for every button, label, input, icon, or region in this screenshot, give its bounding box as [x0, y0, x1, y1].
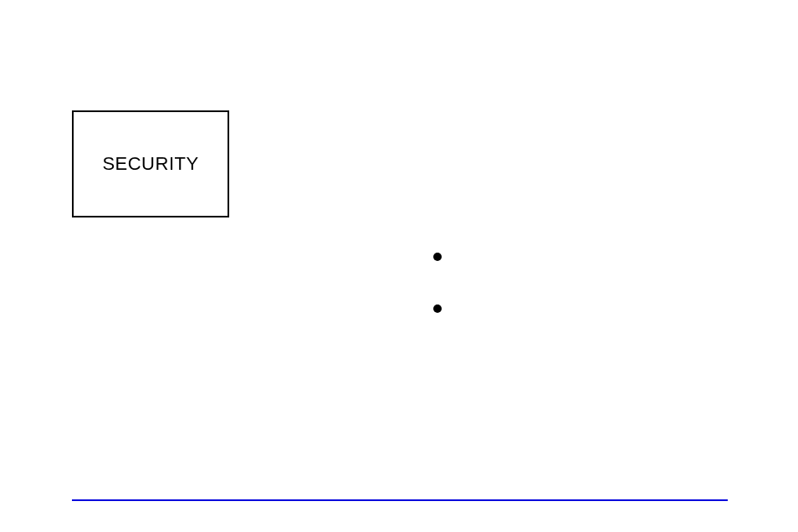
bullet-icon: [433, 304, 442, 313]
list-item: [433, 304, 452, 313]
title-text: SECURITY: [102, 153, 198, 175]
list-item: [433, 253, 452, 261]
title-box: SECURITY: [72, 110, 229, 217]
bullet-icon: [433, 253, 442, 261]
bullet-list: [433, 253, 452, 356]
footer-divider: [72, 499, 728, 501]
